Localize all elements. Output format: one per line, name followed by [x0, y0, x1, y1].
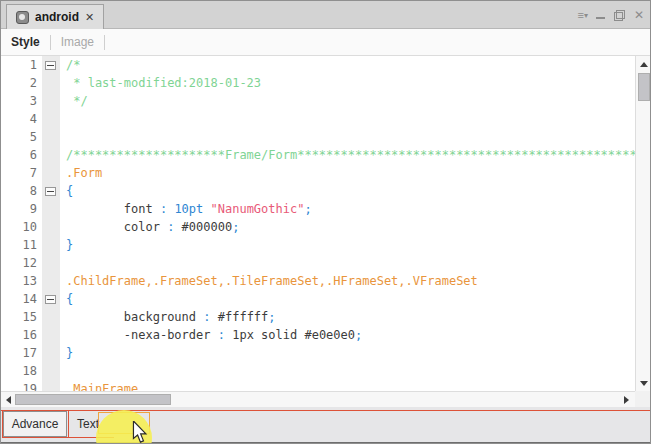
triangle-right-icon	[624, 396, 629, 404]
tab-close-icon[interactable]: ✕	[85, 12, 94, 23]
code-text	[60, 110, 66, 128]
code-line: 10 color : #000000;	[1, 218, 635, 236]
horizontal-scrollbar-thumb[interactable]	[15, 394, 171, 405]
code-text: * last-modified:2018-01-23	[60, 74, 261, 92]
line-number: 6	[1, 146, 42, 164]
fold-margin	[42, 200, 60, 218]
tab-image[interactable]: Image	[51, 35, 104, 49]
fold-margin	[42, 236, 60, 254]
fold-collapse-icon[interactable]	[45, 61, 56, 70]
code-line: 5	[1, 128, 635, 146]
code-line: 6/*********************Frame/Form*******…	[1, 146, 635, 164]
code-text: */	[60, 92, 88, 110]
code-line: 14{	[1, 290, 635, 308]
fold-margin	[42, 164, 60, 182]
fold-margin	[42, 290, 60, 308]
code-text	[60, 128, 66, 146]
code-text: {	[60, 182, 73, 200]
line-number: 13	[1, 272, 42, 290]
line-number: 15	[1, 308, 42, 326]
code-text: background : #ffffff;	[60, 308, 276, 326]
code-line: 15 background : #ffffff;	[1, 308, 635, 326]
annotation-red-rectangle-advance	[2, 410, 69, 438]
fold-margin	[42, 308, 60, 326]
line-number: 4	[1, 110, 42, 128]
line-number: 9	[1, 200, 42, 218]
code-line: 2 * last-modified:2018-01-23	[1, 74, 635, 92]
scroll-right-arrow[interactable]	[619, 392, 633, 407]
code-line: 12	[1, 254, 635, 272]
fold-margin	[42, 74, 60, 92]
code-line: 4	[1, 110, 635, 128]
vertical-scrollbar-thumb[interactable]	[638, 73, 650, 101]
line-number: 16	[1, 326, 42, 344]
window-controls: ≡▾ ✕	[578, 1, 645, 29]
line-number: 17	[1, 344, 42, 362]
vertical-scrollbar[interactable]	[635, 56, 651, 391]
close-icon[interactable]: ✕	[634, 8, 644, 22]
triangle-down-icon	[640, 381, 648, 386]
code-line: 16 -nexa-border : 1px solid #e0e0e0;	[1, 326, 635, 344]
css-code-editor[interactable]: 1/*2 * last-modified:2018-01-233 */456/*…	[1, 56, 635, 391]
scroll-down-arrow[interactable]	[636, 375, 651, 391]
code-lines: 1/*2 * last-modified:2018-01-233 */456/*…	[1, 56, 635, 391]
code-text	[60, 362, 66, 380]
scrollbar-corner	[635, 391, 651, 407]
code-line: 9 font : 10pt "NanumGothic";	[1, 200, 635, 218]
code-text: }	[60, 344, 73, 362]
scroll-up-arrow[interactable]	[636, 56, 651, 72]
tab-style[interactable]: Style	[1, 35, 50, 49]
code-text: .Form	[60, 164, 102, 182]
code-line: 1/*	[1, 56, 635, 74]
fold-margin	[42, 110, 60, 128]
tab-list-menu-icon[interactable]: ≡▾	[578, 8, 587, 22]
code-text: -nexa-border : 1px solid #e0e0e0;	[60, 326, 362, 344]
line-number: 19	[1, 380, 42, 391]
code-line: 11}	[1, 236, 635, 254]
line-number: 10	[1, 218, 42, 236]
fold-margin	[42, 344, 60, 362]
code-line: 19.MainFrame	[1, 380, 635, 391]
editor-mode-toolbar: Style Image	[1, 29, 650, 56]
line-number: 3	[1, 92, 42, 110]
triangle-up-icon	[640, 62, 648, 67]
chevron-down-icon: ▾	[584, 11, 587, 20]
code-text: font : 10pt "NanumGothic";	[60, 200, 312, 218]
line-number: 8	[1, 182, 42, 200]
line-number: 1	[1, 56, 42, 74]
code-text: {	[60, 290, 73, 308]
fold-margin	[42, 128, 60, 146]
document-tab-strip: android ✕ ≡▾ ✕	[1, 1, 650, 29]
code-text: /*	[60, 56, 80, 74]
code-line: 18	[1, 362, 635, 380]
fold-margin	[42, 380, 60, 391]
fold-margin	[42, 218, 60, 236]
code-text	[60, 254, 66, 272]
fold-collapse-icon[interactable]	[45, 295, 56, 304]
horizontal-scrollbar[interactable]	[1, 391, 635, 407]
fold-margin	[42, 272, 60, 290]
restore-icon[interactable]	[614, 10, 625, 21]
fold-margin	[42, 182, 60, 200]
document-tab-android[interactable]: android ✕	[6, 4, 104, 29]
code-text: }	[60, 236, 73, 254]
style-editor-window: android ✕ ≡▾ ✕ Style Image 1/*2 * last-m…	[0, 0, 651, 444]
line-number: 2	[1, 74, 42, 92]
code-line: 8{	[1, 182, 635, 200]
line-number: 12	[1, 254, 42, 272]
code-line: 13.ChildFrame,.FrameSet,.TileFrameSet,.H…	[1, 272, 635, 290]
fold-margin	[42, 362, 60, 380]
line-number: 7	[1, 164, 42, 182]
line-number: 11	[1, 236, 42, 254]
scroll-left-arrow[interactable]	[1, 392, 15, 407]
line-number: 18	[1, 362, 42, 380]
mouse-cursor-icon	[132, 421, 148, 444]
minimize-icon[interactable]	[596, 10, 605, 20]
toolbar-separator	[104, 35, 105, 50]
code-line: 7.Form	[1, 164, 635, 182]
fold-margin	[42, 92, 60, 110]
code-text: color : #000000;	[60, 218, 239, 236]
fold-collapse-icon[interactable]	[45, 187, 56, 196]
code-text: .MainFrame	[60, 380, 138, 391]
code-text: /*********************Frame/Form********…	[60, 146, 635, 164]
